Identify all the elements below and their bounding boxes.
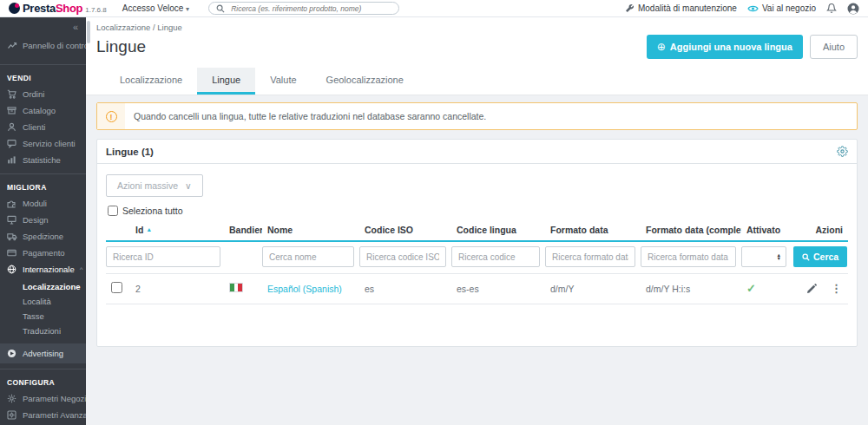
version-label: 1.7.6.8 — [85, 6, 106, 14]
global-search[interactable] — [208, 2, 399, 15]
prestashop-logo[interactable]: Presta Shop 1.7.6.8 — [9, 2, 107, 15]
sidebar-item-ordini[interactable]: Ordini — [0, 86, 86, 102]
main-content: Localizzazione / Lingue Lingue ⊕ Aggiung… — [86, 17, 868, 425]
breadcrumb: Localizzazione / Lingue — [96, 23, 858, 32]
sidebar-section-migliora: MIGLIORA Moduli Design Spedizione Pagame… — [0, 173, 86, 363]
section-title: CONFIGURA — [0, 373, 86, 390]
advanced-gear-icon — [7, 410, 17, 420]
sidebar-item-internazionale[interactable]: Internazionale ^ — [0, 261, 86, 278]
column-codice-lingua: Codice lingua — [451, 219, 545, 241]
languages-panel: Lingue (1) Azioni massive ∨ Seleziona tu… — [96, 139, 858, 347]
warning-text: Quando cancelli una lingua, tutte le rel… — [125, 103, 495, 129]
person-icon — [7, 122, 17, 132]
gear-icon — [7, 394, 17, 403]
filter-iso-input[interactable] — [359, 246, 446, 267]
sidebar-item-spedizione[interactable]: Spedizione — [0, 228, 86, 245]
help-button[interactable]: Aiuto — [810, 35, 858, 59]
caret-down-icon: ∨ — [185, 180, 192, 191]
submenu-item-tasse[interactable]: Tasse — [23, 309, 86, 324]
filter-name-input[interactable] — [262, 246, 354, 267]
quick-access-menu[interactable]: Accesso Veloce ▾ — [122, 3, 189, 13]
chevron-up-icon: ^ — [80, 265, 83, 273]
puzzle-icon — [7, 199, 17, 208]
tab-valute[interactable]: Valute — [255, 68, 311, 95]
tab-localizzazione[interactable]: Localizzazione — [105, 68, 197, 95]
row-actions-menu-icon[interactable]: ⋮ — [831, 282, 843, 295]
monitor-icon — [7, 215, 17, 225]
column-formato-data-completo: Formato data (completo) — [641, 219, 741, 241]
search-submit-button[interactable]: Cerca — [793, 246, 847, 267]
column-id[interactable]: Id▲ — [130, 219, 224, 241]
sidebar-item-dashboard[interactable]: Pannello di controllo — [0, 34, 86, 59]
sidebar-item-pagamento[interactable]: Pagamento — [0, 245, 86, 261]
panel-title: Lingue (1) — [106, 147, 154, 157]
sidebar-section-vendi: VENDI Ordini Catalogo Clienti Servizio c… — [0, 64, 86, 168]
prestashop-logo-icon — [9, 3, 20, 14]
sidebar-item-parametri-avanzati[interactable]: Parametri Avanzati — [0, 407, 86, 423]
filter-date-full-input[interactable] — [641, 246, 736, 267]
internazionale-submenu: Localizzazione Località Tasse Traduzioni — [0, 278, 86, 343]
enabled-check-icon[interactable]: ✓ — [746, 282, 756, 295]
filter-code-input[interactable] — [451, 246, 540, 267]
warning-alert: ! Quando cancelli una lingua, tutte le r… — [96, 102, 858, 130]
language-name-link[interactable]: Español (Spanish) — [267, 284, 342, 294]
column-codice-iso: Codice ISO — [359, 219, 451, 241]
cell-language-code: es-es — [451, 274, 545, 304]
sidebar-item-advertising[interactable]: Advertising — [0, 343, 86, 363]
wrench-icon — [625, 3, 635, 13]
view-shop-link[interactable]: Vai al negozio — [747, 3, 816, 13]
column-nome: Nome — [262, 219, 359, 241]
credit-card-icon — [7, 248, 17, 258]
sidebar-nav: « Pannello di controllo VENDI Ordini Cat… — [0, 17, 86, 425]
globe-icon — [7, 265, 17, 274]
select-all-control[interactable]: Seleziona tutto — [108, 206, 848, 216]
search-icon — [802, 253, 810, 261]
sidebar-item-statistiche[interactable]: Statistiche — [0, 152, 86, 168]
search-input[interactable] — [229, 3, 391, 14]
panel-settings-gear-icon[interactable] — [837, 146, 848, 157]
sidebar-item-parametri-negozio[interactable]: Parametri Negozio — [0, 390, 86, 407]
submenu-item-traduzioni[interactable]: Traduzioni — [23, 324, 86, 338]
filter-row: ▲▼ Cerca — [106, 241, 848, 274]
logo-text-presta: Presta — [23, 2, 56, 15]
sidebar-item-moduli[interactable]: Moduli — [0, 195, 86, 212]
language-row[interactable]: 2 Español (Spanish) es es-es d/m/Y d/m/Y… — [106, 274, 848, 304]
row-checkbox[interactable] — [111, 282, 122, 293]
filter-id-input[interactable] — [106, 246, 220, 267]
maintenance-mode[interactable]: Modalità di manutenzione — [625, 3, 737, 13]
sort-asc-icon: ▲ — [146, 226, 152, 232]
edit-pencil-icon[interactable] — [806, 284, 817, 294]
warning-icon-box: ! — [97, 103, 125, 129]
submenu-item-localita[interactable]: Località — [23, 294, 86, 309]
add-language-button[interactable]: ⊕ Aggiungi una nuova lingua — [647, 35, 803, 59]
bulk-actions-button[interactable]: Azioni massive ∨ — [106, 174, 203, 197]
caret-down-icon: ▾ — [186, 5, 189, 13]
arrow-down-icon: ▼ — [777, 257, 781, 261]
submenu-item-localizzazione[interactable]: Localizzazione — [23, 279, 86, 294]
search-icon — [216, 4, 225, 13]
languages-table: Id▲ Bandiera Nome Codice ISO Codice ling… — [106, 219, 848, 304]
section-title: VENDI — [0, 69, 86, 86]
user-avatar-icon[interactable] — [847, 3, 859, 15]
truck-icon — [7, 232, 17, 241]
sidebar-item-design[interactable]: Design — [0, 212, 86, 228]
sidebar-item-clienti[interactable]: Clienti — [0, 119, 86, 135]
tab-geolocalizzazione[interactable]: Geolocalizzazione — [312, 68, 418, 95]
filter-active-select[interactable]: ▲▼ — [741, 246, 786, 267]
sidebar-item-catalogo[interactable]: Catalogo — [0, 102, 86, 119]
section-title: MIGLIORA — [0, 178, 86, 195]
sidebar-item-servizio-clienti[interactable]: Servizio clienti — [0, 135, 86, 152]
sidebar-collapse-button[interactable]: « — [73, 22, 78, 32]
language-flag-icon — [229, 283, 243, 292]
scrollbar-thumb[interactable] — [87, 21, 90, 43]
cell-iso: es — [359, 274, 451, 304]
cell-id: 2 — [130, 274, 224, 304]
column-checkbox — [106, 219, 130, 241]
select-all-checkbox[interactable] — [108, 206, 118, 216]
notifications-bell-icon[interactable] — [826, 3, 837, 14]
column-attivato: Attivato — [741, 219, 793, 241]
content-area: ! Quando cancelli una lingua, tutte le r… — [86, 95, 868, 354]
tab-lingue[interactable]: Lingue — [197, 68, 255, 95]
plus-circle-icon: ⊕ — [657, 41, 666, 53]
filter-date-input[interactable] — [545, 246, 635, 267]
